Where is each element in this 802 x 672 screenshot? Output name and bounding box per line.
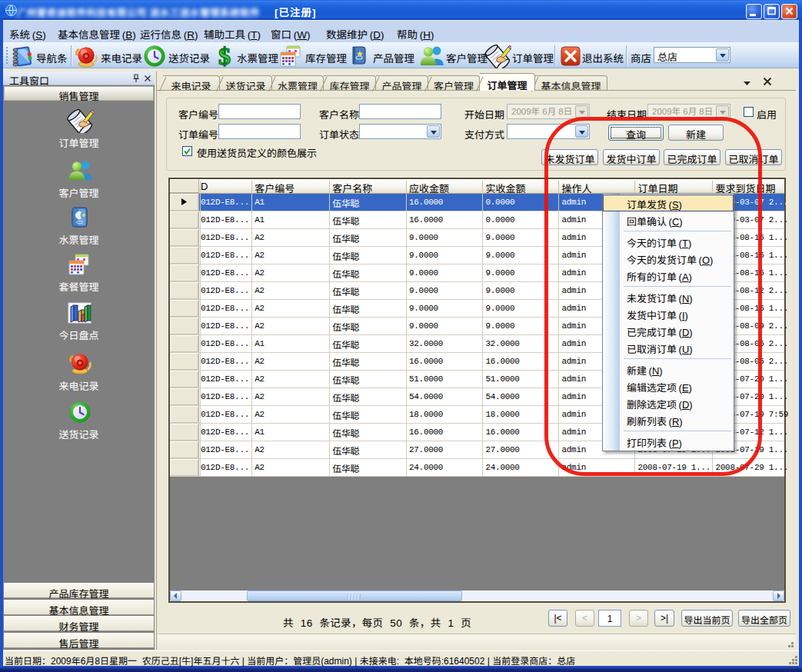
svg-text:$: $ bbox=[218, 44, 231, 67]
